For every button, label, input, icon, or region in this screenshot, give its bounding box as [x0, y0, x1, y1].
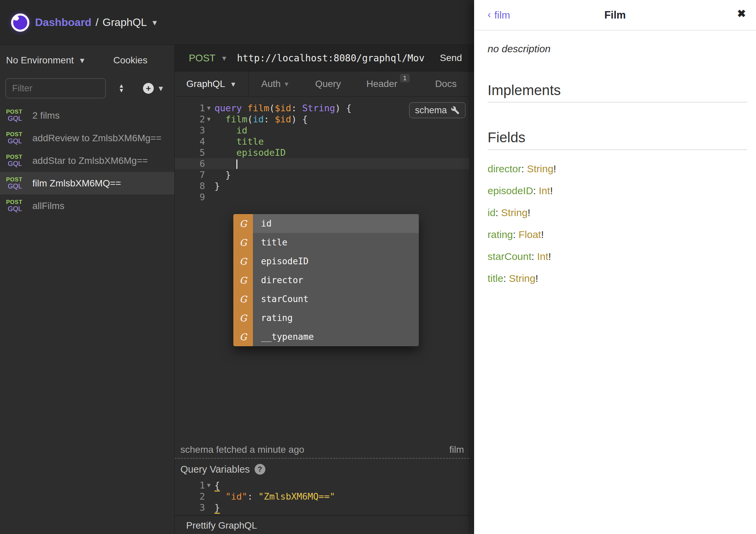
code-token: : — [264, 114, 275, 124]
request-name: allFilms — [32, 201, 64, 211]
environment-caret-icon: ▼ — [79, 56, 86, 65]
graphql-kind-icon: G — [233, 233, 253, 252]
field-colon: : — [503, 273, 509, 284]
field-type[interactable]: Int — [539, 185, 550, 196]
field-bang: ! — [548, 251, 551, 262]
field-type[interactable]: String — [527, 163, 553, 174]
field-row[interactable]: id: String! — [488, 207, 530, 220]
tab-label: Query — [315, 79, 341, 89]
request-method-badge: POSTGQL — [6, 131, 28, 145]
code-text: film(id: $id) { — [214, 114, 308, 125]
field-row[interactable]: title: String! — [488, 273, 538, 286]
autocomplete-item[interactable]: GepisodeID — [233, 252, 419, 271]
request-filter-input[interactable] — [5, 78, 106, 98]
field-name: starCount — [488, 251, 531, 262]
autocomplete-item[interactable]: Grating — [233, 308, 419, 327]
method-selector[interactable]: POST ▼ — [189, 53, 228, 64]
body-type-tab[interactable]: GraphQL ▼ — [175, 71, 249, 96]
code-token: { — [214, 480, 220, 492]
active-operation-name: film — [449, 444, 464, 455]
field-row[interactable]: rating: Float! — [488, 229, 544, 242]
autocomplete-item[interactable]: Gdirector — [233, 271, 419, 290]
method-caret-icon: ▼ — [221, 55, 228, 62]
variables-editor[interactable]: 1▼{2 "id": "ZmlsbXM6MQ=="3} — [175, 480, 469, 515]
code-token: film — [248, 103, 269, 113]
plus-icon: + — [143, 83, 154, 94]
tab-label: Auth — [261, 79, 281, 89]
graphql-editor[interactable]: 1▼query film($id: String) {2▼ film(id: $… — [175, 97, 469, 442]
autocomplete-item[interactable]: Gid — [233, 214, 419, 233]
autocomplete-item[interactable]: G__typename — [233, 327, 419, 346]
field-type[interactable]: String — [509, 273, 535, 284]
request-method: POST — [6, 109, 28, 115]
line-number: 1 — [175, 102, 205, 114]
graphql-kind-icon: G — [233, 214, 253, 233]
autocomplete-label: starCount — [253, 290, 419, 308]
environment-selector[interactable]: No Environment ▼ — [6, 55, 86, 66]
request-subtype: GQL — [6, 115, 28, 122]
line-number: 7 — [175, 169, 205, 180]
line-number: 3 — [175, 502, 205, 513]
autocomplete-item[interactable]: GstarCount — [233, 290, 419, 308]
request-list-item[interactable]: POSTGQLallFilms — [0, 195, 174, 217]
request-list-item[interactable]: POSTGQLaddReview to ZmlsbXM6Mg== — [0, 127, 174, 149]
code-token: } — [214, 502, 220, 514]
breadcrumb-separator: / — [95, 16, 98, 29]
docs-close-button[interactable]: ✖ — [737, 7, 746, 20]
request-url[interactable]: http://localhost:8080/graphql/Movie+Grap… — [237, 53, 425, 64]
tab-auth[interactable]: Auth▼ — [261, 79, 290, 89]
breadcrumb-project-link[interactable]: Dashboard — [35, 16, 91, 29]
fold-caret-icon[interactable]: ▼ — [207, 114, 210, 125]
autocomplete-dropdown: GidGtitleGepisodeIDGdirectorGstarCountGr… — [233, 214, 419, 346]
field-bang: ! — [541, 229, 544, 240]
request-method: POST — [6, 131, 28, 138]
code-token: $id — [275, 114, 291, 124]
fold-caret-icon[interactable]: ▼ — [207, 102, 210, 114]
field-row[interactable]: episodeID: Int! — [488, 185, 553, 199]
prettify-button[interactable]: Prettify GraphQL — [186, 520, 257, 531]
schema-button[interactable]: schema — [409, 102, 466, 118]
request-method-badge: POSTGQL — [6, 177, 28, 190]
tab-query[interactable]: Query — [315, 79, 341, 89]
field-row[interactable]: starCount: Int! — [488, 251, 551, 264]
code-line: 3 id — [175, 125, 469, 136]
url-bar: POST ▼ http://localhost:8080/graphql/Mov… — [175, 45, 469, 71]
field-row[interactable]: director: String! — [488, 163, 556, 177]
tab-label: Header — [366, 79, 397, 89]
sort-requests-button[interactable]: ▲ ▼ — [114, 79, 129, 97]
field-type[interactable]: Float — [519, 229, 541, 240]
tab-docs[interactable]: Docs — [435, 79, 457, 89]
create-request-button[interactable]: + ▼ — [143, 79, 165, 97]
field-name: director — [488, 163, 521, 174]
field-name: rating — [488, 229, 513, 240]
field-type[interactable]: String — [501, 207, 527, 218]
code-line: 3} — [175, 502, 469, 513]
send-button[interactable]: Send — [440, 53, 462, 63]
autocomplete-label: __typename — [253, 327, 419, 346]
line-number: 2 — [175, 114, 205, 125]
cookies-button[interactable]: Cookies — [113, 55, 147, 66]
help-icon[interactable]: ? — [255, 464, 265, 475]
text-cursor — [236, 159, 237, 169]
environment-label: No Environment — [6, 55, 74, 66]
field-colon: : — [521, 163, 527, 174]
autocomplete-item[interactable]: Gtitle — [233, 233, 419, 252]
request-list-item[interactable]: POSTGQLfilm ZmlsbXM6MQ== — [0, 172, 174, 195]
request-list-item[interactable]: POSTGQL2 films — [0, 104, 174, 127]
field-type[interactable]: Int — [537, 251, 548, 262]
code-token: ( — [269, 103, 275, 113]
request-list-item[interactable]: POSTGQLaddStar to ZmlsbXM6Mg== — [0, 149, 174, 172]
docs-back-link[interactable]: ‹ film — [488, 0, 510, 30]
fold-caret-icon[interactable]: ▼ — [207, 480, 210, 491]
code-text: } — [214, 180, 220, 191]
code-token: ) { — [335, 103, 352, 113]
request-subtype: GQL — [6, 160, 28, 167]
request-subtype: GQL — [6, 138, 28, 145]
breadcrumb-workspace[interactable]: GraphQL — [103, 16, 147, 29]
code-text: id — [214, 125, 248, 136]
workspace-caret-icon[interactable]: ▼ — [151, 19, 158, 27]
code-token: : — [248, 491, 259, 502]
request-method: POST — [6, 199, 28, 205]
code-line: 1▼{ — [175, 480, 469, 491]
tab-header[interactable]: Header1 — [366, 79, 409, 89]
